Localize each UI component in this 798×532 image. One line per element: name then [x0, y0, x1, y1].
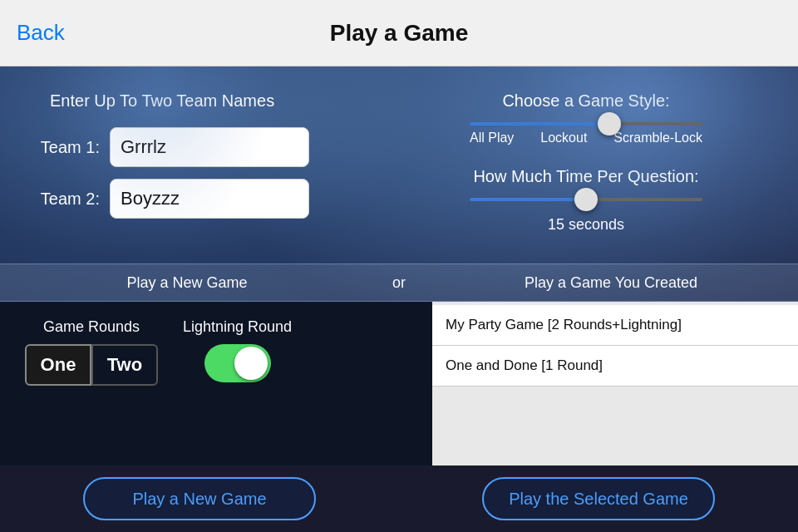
play-new-game-label: Play a New Game [0, 274, 374, 292]
lightning-label: Lightning Round [183, 318, 292, 336]
play-created-game-label: Play a Game You Created [424, 274, 798, 292]
round-two-button[interactable]: Two [91, 344, 158, 386]
team1-row: Team 1: [25, 127, 309, 167]
game-list: My Party Game [2 Rounds+Lightning]One an… [432, 302, 798, 466]
slider-labels: All Play Lockout Scramble-Lock [470, 131, 702, 145]
team1-label: Team 1: [25, 138, 100, 157]
lightning-toggle[interactable] [204, 344, 271, 382]
back-button[interactable]: Back [17, 20, 65, 46]
play-new-game-button[interactable]: Play a New Game [83, 477, 316, 520]
slider-track [470, 122, 702, 126]
game-style-title: Choose a Game Style: [502, 91, 669, 111]
page-title: Play a Game [330, 20, 469, 47]
team1-input[interactable] [110, 127, 309, 167]
main-area: Enter Up To Two Team Names Team 1: Team … [0, 66, 798, 466]
scramble-lock-label: Scramble-Lock [613, 131, 702, 145]
left-panel: Enter Up To Two Team Names Team 1: Team … [25, 83, 399, 247]
all-play-label: All Play [470, 131, 514, 145]
rounds-section: Game Rounds One Two [25, 318, 158, 386]
or-label: or [374, 274, 424, 292]
rounds-label: Game Rounds [43, 318, 140, 336]
list-item[interactable]: My Party Game [2 Rounds+Lightning] [432, 305, 798, 346]
list-item[interactable]: One and Done [1 Round] [432, 346, 798, 387]
time-slider-track [470, 198, 702, 201]
lightning-section: Lightning Round [183, 318, 292, 382]
team2-row: Team 2: [25, 179, 309, 219]
game-style-slider[interactable]: All Play Lockout Scramble-Lock [470, 122, 702, 145]
right-panel: Choose a Game Style: All Play Lockout Sc… [399, 83, 773, 247]
footer: Play a New Game Play the Selected Game [0, 466, 798, 532]
time-slider[interactable] [470, 198, 702, 201]
bottom-section: Game Rounds One Two Lightning Round My P… [0, 302, 798, 466]
lockout-label: Lockout [540, 131, 587, 145]
time-slider-thumb [574, 188, 598, 211]
team2-input[interactable] [110, 179, 309, 219]
time-value: 15 seconds [548, 216, 624, 234]
toggle-knob [234, 347, 268, 380]
top-section: Enter Up To Two Team Names Team 1: Team … [0, 66, 798, 264]
header: Back Play a Game [0, 0, 798, 66]
round-one-button[interactable]: One [25, 344, 91, 386]
or-row: Play a New Game or Play a Game You Creat… [0, 264, 798, 302]
bottom-left-inner: Game Rounds One Two Lightning Round [25, 318, 407, 386]
slider-thumb [598, 112, 621, 135]
rounds-toggle: One Two [25, 344, 158, 386]
play-selected-game-button[interactable]: Play the Selected Game [482, 477, 715, 520]
bottom-left: Game Rounds One Two Lightning Round [0, 302, 432, 466]
team-names-title: Enter Up To Two Team Names [50, 91, 274, 111]
team2-label: Team 2: [25, 190, 100, 209]
time-per-question-title: How Much Time Per Question: [473, 167, 698, 186]
